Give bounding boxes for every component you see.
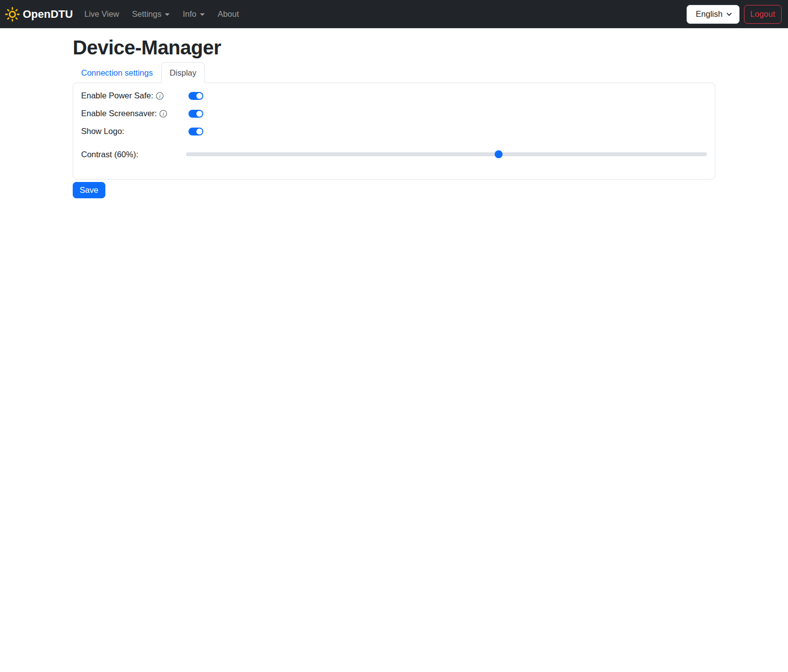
contrast-slider[interactable] [186, 152, 707, 156]
main-content: Device-Manager Connection settings Displ… [73, 37, 715, 198]
slider-thumb[interactable] [495, 150, 503, 158]
navbar: OpenDTU Live View Settings Info About En… [0, 0, 788, 28]
nav-links: Live View Settings Info About [78, 5, 245, 23]
show-logo-toggle[interactable] [188, 128, 203, 135]
power-safe-toggle[interactable] [188, 92, 203, 100]
info-circle-icon[interactable]: i [159, 110, 167, 118]
caret-down-icon [165, 13, 170, 16]
svg-text:i: i [163, 111, 164, 116]
field-label-power-safe: Enable Power Safe: i [81, 91, 186, 100]
field-label-contrast: Contrast (60%): [81, 150, 186, 159]
screensaver-toggle[interactable] [188, 110, 203, 118]
field-label-text: Enable Screensaver: [81, 109, 157, 118]
nav-item-info-label: Info [183, 9, 196, 18]
brand-label: OpenDTU [23, 8, 73, 21]
nav-item-about[interactable]: About [211, 5, 245, 23]
field-label-show-logo: Show Logo: [81, 127, 186, 136]
field-label-text: Show Logo: [81, 127, 124, 136]
field-label-screensaver: Enable Screensaver: i [81, 109, 186, 118]
nav-item-settings[interactable]: Settings [126, 5, 177, 23]
field-control [186, 92, 707, 100]
field-label-text: Contrast (60%): [81, 150, 139, 159]
field-label-text: Enable Power Safe: [81, 91, 153, 100]
switch-knob [196, 129, 202, 134]
switch-knob [196, 111, 202, 117]
sun-icon [5, 7, 20, 22]
form-row-screensaver: Enable Screensaver: i [81, 109, 707, 118]
logout-button[interactable]: Logout [744, 5, 782, 24]
language-select-value: English [696, 9, 723, 19]
nav-item-settings-label: Settings [132, 9, 162, 18]
save-button[interactable]: Save [73, 182, 105, 198]
field-control [186, 152, 707, 156]
nav-item-info[interactable]: Info [176, 5, 211, 23]
svg-text:i: i [159, 93, 161, 98]
form-row-contrast: Contrast (60%): [81, 144, 707, 171]
switch-knob [196, 93, 202, 99]
field-control [186, 110, 707, 118]
display-settings-card: Enable Power Safe: i Enable Screensaver: [73, 83, 715, 179]
tab-connection-settings[interactable]: Connection settings [73, 62, 161, 83]
field-control [186, 128, 707, 135]
caret-down-icon [200, 13, 205, 16]
nav-item-live-view[interactable]: Live View [78, 5, 125, 23]
chevron-down-icon [726, 11, 733, 18]
info-circle-icon[interactable]: i [156, 92, 164, 100]
form-row-show-logo: Show Logo: [81, 127, 707, 136]
brand[interactable]: OpenDTU [5, 7, 73, 22]
page-title: Device-Manager [73, 37, 715, 59]
tab-bar: Connection settings Display [73, 62, 715, 83]
tab-display[interactable]: Display [161, 62, 205, 83]
language-select[interactable]: English [687, 5, 740, 24]
form-row-power-safe: Enable Power Safe: i [81, 91, 707, 100]
navbar-right: English Logout [687, 5, 782, 24]
